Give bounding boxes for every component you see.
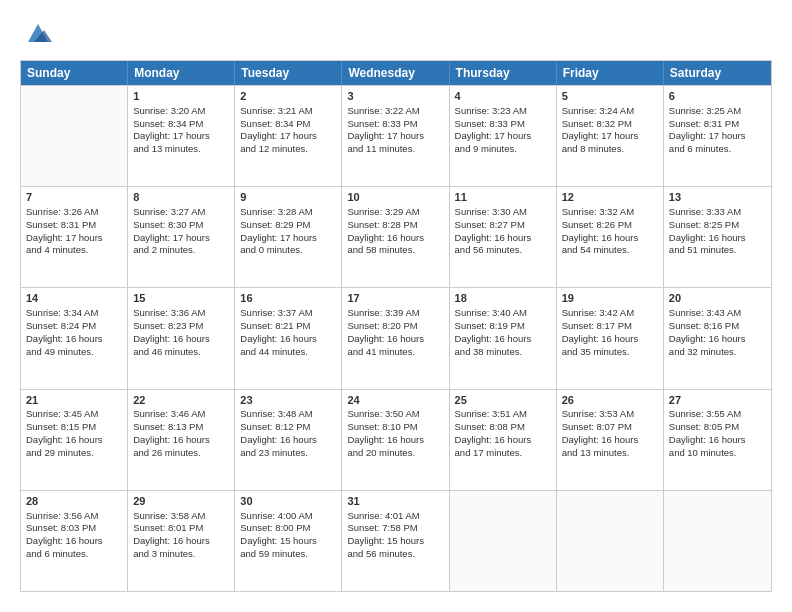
calendar-header: SundayMondayTuesdayWednesdayThursdayFrid… — [21, 61, 771, 85]
day-info: and 2 minutes. — [133, 244, 195, 255]
day-info: and 49 minutes. — [26, 346, 94, 357]
cal-cell: 14Sunrise: 3:34 AMSunset: 8:24 PMDayligh… — [21, 288, 128, 388]
cal-cell: 12Sunrise: 3:32 AMSunset: 8:26 PMDayligh… — [557, 187, 664, 287]
cal-cell: 22Sunrise: 3:46 AMSunset: 8:13 PMDayligh… — [128, 390, 235, 490]
day-info: Sunrise: 3:50 AM — [347, 408, 419, 419]
cal-cell: 7Sunrise: 3:26 AMSunset: 8:31 PMDaylight… — [21, 187, 128, 287]
cal-cell: 4Sunrise: 3:23 AMSunset: 8:33 PMDaylight… — [450, 86, 557, 186]
day-info: and 41 minutes. — [347, 346, 415, 357]
day-info: Daylight: 16 hours — [26, 434, 103, 445]
day-info: Daylight: 15 hours — [347, 535, 424, 546]
day-number: 15 — [133, 291, 229, 306]
day-info: Sunrise: 3:40 AM — [455, 307, 527, 318]
day-info: Sunset: 8:33 PM — [347, 118, 417, 129]
day-number: 25 — [455, 393, 551, 408]
day-info: Sunset: 8:15 PM — [26, 421, 96, 432]
day-number: 3 — [347, 89, 443, 104]
day-number: 29 — [133, 494, 229, 509]
day-info: Daylight: 16 hours — [455, 232, 532, 243]
day-info: and 4 minutes. — [26, 244, 88, 255]
day-info: Sunrise: 3:51 AM — [455, 408, 527, 419]
day-info: and 56 minutes. — [347, 548, 415, 559]
week-row-4: 28Sunrise: 3:56 AMSunset: 8:03 PMDayligh… — [21, 490, 771, 591]
day-info: and 58 minutes. — [347, 244, 415, 255]
day-info: and 32 minutes. — [669, 346, 737, 357]
day-info: Sunset: 8:27 PM — [455, 219, 525, 230]
cal-cell: 3Sunrise: 3:22 AMSunset: 8:33 PMDaylight… — [342, 86, 449, 186]
day-info: Sunrise: 3:32 AM — [562, 206, 634, 217]
day-info: Sunset: 8:10 PM — [347, 421, 417, 432]
header-day-saturday: Saturday — [664, 61, 771, 85]
cal-cell: 10Sunrise: 3:29 AMSunset: 8:28 PMDayligh… — [342, 187, 449, 287]
day-number: 19 — [562, 291, 658, 306]
day-info: and 10 minutes. — [669, 447, 737, 458]
day-info: Daylight: 16 hours — [562, 333, 639, 344]
cal-cell: 2Sunrise: 3:21 AMSunset: 8:34 PMDaylight… — [235, 86, 342, 186]
day-info: and 38 minutes. — [455, 346, 523, 357]
cal-cell — [450, 491, 557, 591]
day-info: Sunrise: 4:00 AM — [240, 510, 312, 521]
day-info: and 26 minutes. — [133, 447, 201, 458]
cal-cell: 25Sunrise: 3:51 AMSunset: 8:08 PMDayligh… — [450, 390, 557, 490]
day-info: Daylight: 17 hours — [26, 232, 103, 243]
day-number: 28 — [26, 494, 122, 509]
day-info: Daylight: 17 hours — [133, 232, 210, 243]
day-info: and 17 minutes. — [455, 447, 523, 458]
day-number: 21 — [26, 393, 122, 408]
day-info: Sunset: 8:21 PM — [240, 320, 310, 331]
day-info: and 6 minutes. — [26, 548, 88, 559]
header-day-thursday: Thursday — [450, 61, 557, 85]
day-info: Sunrise: 3:23 AM — [455, 105, 527, 116]
header-day-monday: Monday — [128, 61, 235, 85]
day-info: Sunset: 8:30 PM — [133, 219, 203, 230]
day-info: Sunset: 7:58 PM — [347, 522, 417, 533]
day-info: Daylight: 16 hours — [669, 232, 746, 243]
day-info: Sunrise: 3:42 AM — [562, 307, 634, 318]
cal-cell: 30Sunrise: 4:00 AMSunset: 8:00 PMDayligh… — [235, 491, 342, 591]
day-info: and 11 minutes. — [347, 143, 415, 154]
day-info: Sunrise: 4:01 AM — [347, 510, 419, 521]
day-info: and 12 minutes. — [240, 143, 308, 154]
day-number: 2 — [240, 89, 336, 104]
day-info: Daylight: 16 hours — [133, 333, 210, 344]
day-info: Sunset: 8:08 PM — [455, 421, 525, 432]
day-number: 17 — [347, 291, 443, 306]
day-info: Sunset: 8:23 PM — [133, 320, 203, 331]
week-row-2: 14Sunrise: 3:34 AMSunset: 8:24 PMDayligh… — [21, 287, 771, 388]
logo — [20, 20, 52, 48]
day-number: 8 — [133, 190, 229, 205]
cal-cell: 16Sunrise: 3:37 AMSunset: 8:21 PMDayligh… — [235, 288, 342, 388]
cal-cell: 24Sunrise: 3:50 AMSunset: 8:10 PMDayligh… — [342, 390, 449, 490]
calendar-body: 1Sunrise: 3:20 AMSunset: 8:34 PMDaylight… — [21, 85, 771, 591]
day-info: Sunrise: 3:53 AM — [562, 408, 634, 419]
day-info: Sunrise: 3:55 AM — [669, 408, 741, 419]
day-info: Sunset: 8:05 PM — [669, 421, 739, 432]
day-info: Sunrise: 3:39 AM — [347, 307, 419, 318]
day-info: Sunrise: 3:27 AM — [133, 206, 205, 217]
day-number: 23 — [240, 393, 336, 408]
day-info: Sunset: 8:17 PM — [562, 320, 632, 331]
day-info: and 51 minutes. — [669, 244, 737, 255]
day-info: Daylight: 17 hours — [347, 130, 424, 141]
day-info: Sunset: 8:00 PM — [240, 522, 310, 533]
day-info: Sunrise: 3:43 AM — [669, 307, 741, 318]
day-info: Sunset: 8:28 PM — [347, 219, 417, 230]
day-info: Daylight: 16 hours — [347, 333, 424, 344]
day-info: Sunset: 8:01 PM — [133, 522, 203, 533]
cal-cell: 28Sunrise: 3:56 AMSunset: 8:03 PMDayligh… — [21, 491, 128, 591]
header-day-tuesday: Tuesday — [235, 61, 342, 85]
day-info: Daylight: 16 hours — [347, 434, 424, 445]
cal-cell: 11Sunrise: 3:30 AMSunset: 8:27 PMDayligh… — [450, 187, 557, 287]
cal-cell: 1Sunrise: 3:20 AMSunset: 8:34 PMDaylight… — [128, 86, 235, 186]
day-number: 31 — [347, 494, 443, 509]
day-info: Sunset: 8:13 PM — [133, 421, 203, 432]
day-info: Daylight: 16 hours — [133, 434, 210, 445]
week-row-1: 7Sunrise: 3:26 AMSunset: 8:31 PMDaylight… — [21, 186, 771, 287]
cal-cell: 13Sunrise: 3:33 AMSunset: 8:25 PMDayligh… — [664, 187, 771, 287]
day-info: Daylight: 16 hours — [26, 333, 103, 344]
day-info: and 8 minutes. — [562, 143, 624, 154]
day-info: Sunrise: 3:46 AM — [133, 408, 205, 419]
day-info: Sunset: 8:03 PM — [26, 522, 96, 533]
day-number: 22 — [133, 393, 229, 408]
cal-cell: 9Sunrise: 3:28 AMSunset: 8:29 PMDaylight… — [235, 187, 342, 287]
